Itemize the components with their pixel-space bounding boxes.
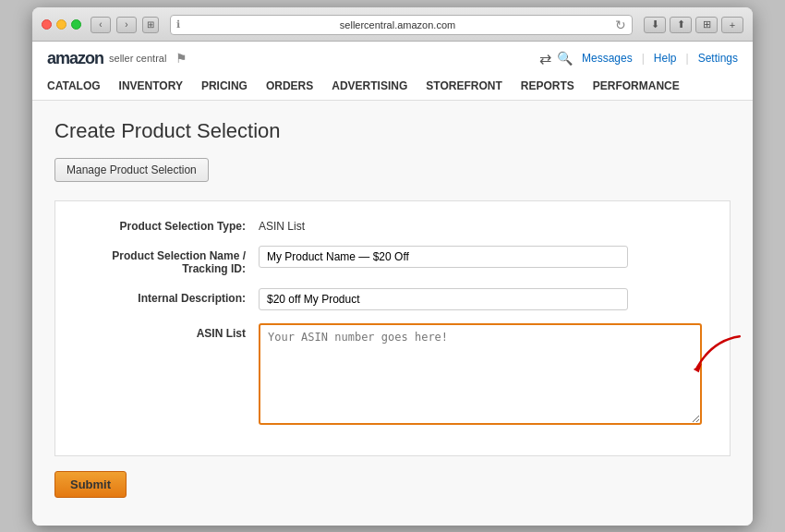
nav-advertising[interactable]: ADVERTISING <box>332 74 407 100</box>
internal-desc-label: Internal Description: <box>74 288 259 305</box>
product-name-row: Product Selection Name / Tracking ID: <box>74 246 711 275</box>
asin-list-label: ASIN List <box>74 323 259 340</box>
traffic-lights <box>42 19 81 30</box>
main-nav: CATALOG INVENTORY PRICING ORDERS ADVERTI… <box>47 74 738 100</box>
sc-header: amazon seller central ⚑ ⇄ 🔍 Messages | H… <box>32 42 753 101</box>
refresh-icon[interactable]: ↻ <box>615 18 626 32</box>
back-button[interactable]: ‹ <box>91 17 111 33</box>
nav-storefront[interactable]: STOREFRONT <box>426 74 501 100</box>
minimize-button[interactable] <box>56 19 66 30</box>
amazon-logo: amazon <box>47 49 103 68</box>
product-selection-type-row: Product Selection Type: ASIN List <box>74 216 711 233</box>
tools-section: ⇄ 🔍 <box>539 50 573 67</box>
nav-inventory[interactable]: INVENTORY <box>119 74 183 100</box>
forward-button[interactable]: › <box>116 17 137 33</box>
info-icon: ℹ <box>176 18 180 30</box>
page-content: Create Product Selection Manage Product … <box>32 101 753 526</box>
divider-1: | <box>642 52 645 65</box>
new-tab-icon[interactable]: ⊞ <box>695 17 718 33</box>
help-link[interactable]: Help <box>654 52 677 65</box>
page-title: Create Product Selection <box>54 119 731 143</box>
messages-link[interactable]: Messages <box>582 52 633 65</box>
asin-list-textarea[interactable] <box>259 323 702 425</box>
nav-orders[interactable]: ORDERS <box>266 74 313 100</box>
nav-catalog[interactable]: CATALOG <box>47 74 101 100</box>
browser-window: ‹ › ⊞ ℹ sellercentral.amazon.com ↻ ⬇ ⬆ ⊞… <box>32 7 753 526</box>
share-icon[interactable]: ⬆ <box>670 17 692 33</box>
add-tab-button[interactable]: + <box>721 17 743 33</box>
download-icon[interactable]: ⬇ <box>644 17 666 33</box>
asin-container <box>259 323 702 428</box>
product-selection-type-value: ASIN List <box>259 216 305 233</box>
maximize-button[interactable] <box>71 19 81 30</box>
tools-icon[interactable]: ⇄ <box>539 50 551 67</box>
nav-performance[interactable]: PERFORMANCE <box>593 74 680 100</box>
form-section: Product Selection Type: ASIN List Produc… <box>54 200 731 456</box>
arrow-indicator <box>683 332 753 379</box>
manage-product-selection-button[interactable]: Manage Product Selection <box>54 158 209 182</box>
internal-desc-input[interactable] <box>259 288 628 310</box>
sc-label: seller central <box>109 53 166 64</box>
divider-2: | <box>686 52 689 65</box>
url-text: sellercentral.amazon.com <box>184 19 611 30</box>
asin-list-row: ASIN List <box>74 323 711 428</box>
browser-chrome: ‹ › ⊞ ℹ sellercentral.amazon.com ↻ ⬇ ⬆ ⊞… <box>32 7 753 42</box>
close-button[interactable] <box>42 19 52 30</box>
product-name-label: Product Selection Name / Tracking ID: <box>74 246 259 275</box>
internal-desc-row: Internal Description: <box>74 288 711 310</box>
product-name-input[interactable] <box>259 246 628 268</box>
window-controls[interactable]: ⊞ <box>142 17 159 33</box>
submit-button[interactable]: Submit <box>54 471 127 498</box>
nav-pricing[interactable]: PRICING <box>201 74 248 100</box>
product-selection-type-label: Product Selection Type: <box>74 216 259 233</box>
address-bar[interactable]: ℹ sellercentral.amazon.com ↻ <box>170 15 633 35</box>
nav-reports[interactable]: REPORTS <box>521 74 574 100</box>
flag-icon: ⚑ <box>175 51 187 66</box>
sc-logo: amazon seller central ⚑ <box>47 49 187 68</box>
header-right: ⇄ 🔍 Messages | Help | Settings <box>539 50 738 67</box>
search-icon[interactable]: 🔍 <box>557 51 573 66</box>
settings-link[interactable]: Settings <box>698 52 738 65</box>
browser-actions: ⬇ ⬆ ⊞ + <box>644 17 743 33</box>
